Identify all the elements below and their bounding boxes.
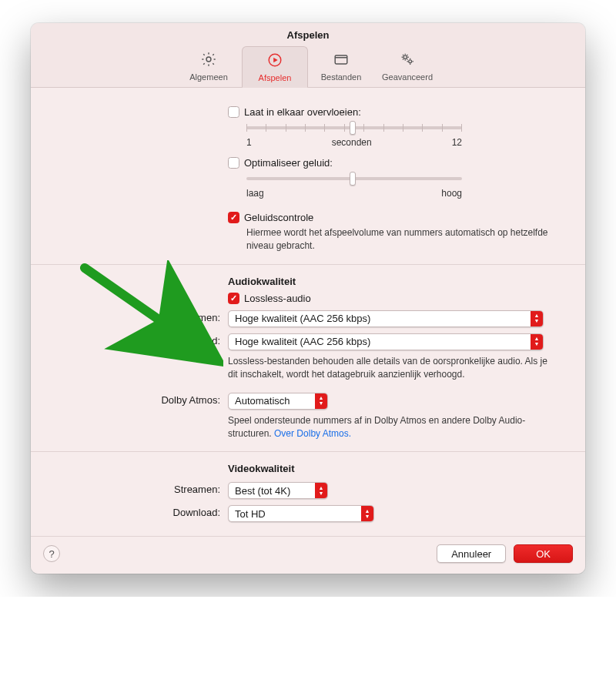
chevron-updown-icon: ▲▼ [315, 483, 327, 498]
dolby-label: Dolby Atmos: [52, 393, 228, 406]
slider-low-label: laag [246, 188, 264, 199]
video-quality-heading: Videokwaliteit [228, 463, 564, 474]
window-header: Afspelen Algemeen Afspelen [31, 23, 585, 88]
stream-label: Streamen: [52, 310, 228, 323]
cancel-label: Annuleer [451, 548, 491, 560]
svg-point-4 [409, 60, 412, 63]
soundcheck-label: Geluidscontrole [244, 212, 313, 223]
chevron-updown-icon: ▲▼ [361, 506, 373, 521]
svg-rect-2 [335, 55, 347, 64]
help-button[interactable]: ? [43, 545, 60, 562]
section-divider [31, 451, 585, 452]
lossless-label: Lossless-audio [244, 293, 311, 304]
video-download-label: Download: [52, 505, 228, 518]
window-title: Afspelen [31, 29, 585, 41]
audio-quality-heading: Audiokwaliteit [228, 276, 564, 287]
chevron-updown-icon: ▲▼ [315, 393, 327, 409]
tab-label: Afspelen [259, 73, 292, 82]
tab-label: Algemeen [189, 72, 228, 82]
optimize-checkbox[interactable]: Optimaliseer geluid: [228, 157, 333, 169]
help-icon: ? [49, 548, 54, 560]
lossless-checkbox[interactable]: Lossless-audio [228, 293, 311, 304]
svg-point-3 [403, 55, 407, 59]
checkbox-checked-icon [228, 212, 239, 223]
crossfade-checkbox[interactable]: Laat in elkaar overvloeien: [228, 106, 361, 118]
slider-min-label: 1 [246, 137, 252, 148]
tab-files[interactable]: Bestanden [308, 45, 374, 87]
select-value: Hoge kwaliteit (AAC 256 kbps) [235, 336, 531, 347]
optimize-slider[interactable]: laag hoog [246, 177, 462, 199]
slider-unit-label: seconden [332, 137, 372, 148]
dolby-note-text: Speel ondersteunde nummers af in Dolby A… [228, 415, 525, 439]
preferences-body: Laat in elkaar overvloeien: 1 seconden 1… [31, 88, 585, 536]
audio-download-select[interactable]: Hoge kwaliteit (AAC 256 kbps) ▲▼ [228, 333, 544, 350]
checkbox-icon [228, 106, 239, 118]
dolby-select[interactable]: Automatisch ▲▼ [228, 393, 328, 410]
video-stream-label: Streamen: [52, 482, 228, 495]
download-label: Download: [52, 333, 228, 346]
select-value: Automatisch [235, 395, 315, 407]
select-value: Hoge kwaliteit (AAC 256 kbps) [235, 313, 531, 324]
preferences-window: Afspelen Algemeen Afspelen [31, 23, 585, 574]
video-download-select[interactable]: Tot HD ▲▼ [228, 505, 374, 522]
select-value: Best (tot 4K) [235, 485, 315, 497]
checkbox-checked-icon [228, 293, 239, 304]
soundcheck-description: Hiermee wordt het afspeelvolume van numm… [246, 226, 564, 253]
play-circle-icon [246, 52, 304, 72]
folder-icon [312, 51, 370, 71]
cancel-button[interactable]: Annuleer [437, 544, 506, 563]
crossfade-slider[interactable]: 1 seconden 12 [246, 126, 462, 148]
tab-label: Geavanceerd [382, 72, 433, 82]
lossless-note: Lossless-bestanden behouden alle details… [228, 355, 551, 382]
tab-advanced[interactable]: Geavanceerd [374, 45, 440, 87]
tab-playback[interactable]: Afspelen [242, 46, 308, 88]
gear-icon [179, 51, 238, 71]
ok-button[interactable]: OK [514, 544, 573, 563]
slider-max-label: 12 [452, 137, 462, 148]
crossfade-label: Laat in elkaar overvloeien: [244, 106, 361, 118]
ok-label: OK [536, 548, 551, 560]
select-value: Tot HD [235, 508, 361, 520]
tab-general[interactable]: Algemeen [176, 45, 242, 87]
gears-icon [378, 51, 437, 71]
dolby-note: Speel ondersteunde nummers af in Dolby A… [228, 414, 551, 441]
chevron-updown-icon: ▲▼ [531, 311, 543, 326]
slider-high-label: hoog [441, 188, 462, 199]
footer: ? Annuleer OK [31, 536, 585, 574]
svg-point-0 [206, 57, 211, 62]
video-stream-select[interactable]: Best (tot 4K) ▲▼ [228, 482, 328, 499]
section-divider [31, 264, 585, 265]
toolbar-tabs: Algemeen Afspelen Bestan [31, 45, 585, 87]
chevron-updown-icon: ▲▼ [531, 334, 543, 350]
soundcheck-checkbox[interactable]: Geluidscontrole [228, 212, 313, 223]
tab-label: Bestanden [321, 72, 362, 82]
dolby-link[interactable]: Over Dolby Atmos. [274, 428, 351, 439]
optimize-label: Optimaliseer geluid: [244, 157, 333, 169]
audio-stream-select[interactable]: Hoge kwaliteit (AAC 256 kbps) ▲▼ [228, 310, 544, 327]
checkbox-icon [228, 157, 239, 169]
